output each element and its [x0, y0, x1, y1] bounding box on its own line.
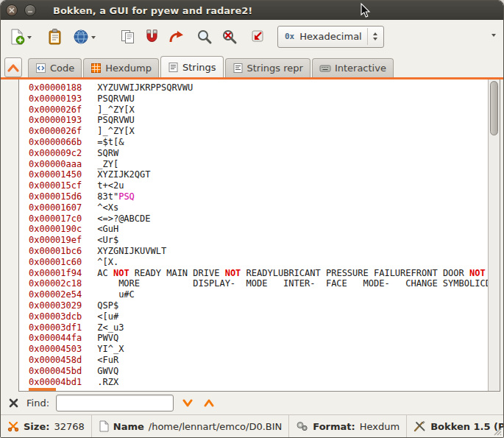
string-address: 0x00002c18: [29, 278, 82, 289]
string-value: Z<_u3: [97, 322, 124, 333]
tab-interactive[interactable]: Interactive: [312, 58, 394, 77]
string-row[interactable]: 0x0000026f]_^ZY[X: [29, 126, 488, 137]
jump-back-button[interactable]: [246, 23, 269, 51]
scrollbar-thumb[interactable]: [490, 81, 498, 135]
tab-label: Interactive: [335, 63, 386, 74]
tab-code[interactable]: Code: [28, 58, 82, 77]
string-row[interactable]: 0x00001f94AC NOT READY MAIN DRIVE NOT RE…: [29, 268, 488, 279]
string-row[interactable]: 0x000019ef<Ur$: [29, 235, 488, 246]
chevron-down-orange-icon: [182, 398, 194, 408]
string-row[interactable]: 0x00000188XYZUVWIJKRPPSQRVWU: [29, 82, 488, 93]
pages-icon: [119, 28, 136, 46]
string-value: =$t[&: [97, 137, 124, 147]
status-name: Name /home/lennart/emco/D0.BIN: [92, 415, 290, 437]
string-row[interactable]: 0x00001c60^[X.: [29, 257, 488, 268]
string-value: t+<2u: [97, 180, 124, 191]
string-row[interactable]: 0x00004bd1.RZX: [29, 377, 488, 388]
collapse-toolbar-button[interactable]: [4, 57, 22, 77]
format-label: Format:: [313, 421, 355, 432]
string-row[interactable]: 0x0000026f]_^ZY[X: [29, 105, 488, 116]
string-address: 0x00001bc6: [29, 246, 82, 256]
string-address: 0x00003df1: [29, 322, 82, 333]
minimize-button[interactable]: [24, 4, 36, 16]
strings-repr-icon: [233, 63, 244, 74]
string-address: 0x000009c2: [29, 148, 82, 158]
string-row[interactable]: 0x00003dcb<[u#: [29, 311, 488, 322]
interactive-icon: [319, 63, 331, 74]
titlebar[interactable]: Bokken, a GUI for pyew and radare2!: [1, 1, 503, 20]
tab-label: Code: [50, 63, 74, 74]
string-row[interactable]: 0x00001bc6XYZGNIJKUVWLT: [29, 246, 488, 257]
status-app: Bokken 1.5 (Pyew): [407, 415, 504, 437]
string-row[interactable]: 0x0000066b=$t[&: [29, 137, 488, 148]
string-row[interactable]: 0x00000aaa_ZY[: [29, 159, 488, 170]
string-row[interactable]: 0x000045bdGWVQ: [29, 366, 488, 377]
string-value: <FuR: [97, 355, 118, 365]
scissors-icon: [7, 420, 19, 432]
string-value: <[u#: [97, 311, 118, 322]
string-value: GWVQ: [97, 366, 118, 376]
notes-button[interactable]: [44, 23, 65, 51]
string-row[interactable]: 0x00003df1Z<_u3: [29, 322, 488, 333]
search-type-value: Hexadecimal: [299, 31, 361, 42]
string-value: PWVQ: [97, 333, 118, 343]
resize-grip[interactable]: [492, 426, 502, 436]
find-input[interactable]: [56, 395, 174, 411]
string-value: <=>?@ABCDE: [97, 213, 150, 224]
string-row[interactable]: 0x000044faPWVQ: [29, 333, 488, 344]
string-address: 0x00001f94: [29, 268, 82, 278]
string-value: YI^_X: [97, 344, 124, 354]
magnet-button[interactable]: [141, 23, 163, 51]
string-value: AC NOT READY MAIN DRIVE NOT READYLUBRICA…: [97, 268, 488, 278]
string-value: XYZIJK2QGT: [97, 169, 150, 180]
string-value: XYZUVWIJKRPPSQRVWU: [97, 82, 193, 93]
tab-strings[interactable]: Strings: [160, 56, 224, 77]
close-button[interactable]: [6, 4, 18, 16]
string-address: 0x0000026f: [29, 105, 82, 115]
tab-strings-repr[interactable]: Strings repr: [225, 58, 310, 77]
vertical-scrollbar[interactable]: [488, 80, 500, 391]
file-icon: [99, 420, 109, 432]
string-value: QSP$: [97, 300, 118, 311]
string-row[interactable]: 0x00000193PSQRVWU: [29, 115, 488, 126]
tab-hexdump[interactable]: Hexdump: [83, 58, 159, 77]
string-row[interactable]: 0x000015d683t"PSQ: [29, 191, 488, 202]
status-format: Format: Hexdum: [289, 415, 407, 437]
string-row[interactable]: 0x00001607^<Xs: [29, 202, 488, 213]
tab-label: Strings: [182, 62, 216, 73]
go-button[interactable]: [166, 23, 188, 51]
string-value: PSQRVWU: [97, 115, 135, 125]
string-row[interactable]: 0x00002c18 MORE DISPLAY- MODE INTER- FAC…: [29, 278, 488, 289]
string-row[interactable]: 0x000015cft+<2u: [29, 180, 488, 191]
string-row[interactable]: 0x00003029QSP$: [29, 300, 488, 311]
string-row[interactable]: 0x00004503YI^_X: [29, 344, 488, 355]
format-value: Hexdum: [360, 421, 400, 432]
string-row[interactable]: 0x000017c0<=>?@ABCDE: [29, 213, 488, 225]
toolbar-overflow-button[interactable]: [489, 23, 498, 51]
string-value: .RZX: [97, 377, 118, 387]
string-value: SQRW: [97, 148, 118, 158]
string-row[interactable]: 0x0000458d<FuR: [29, 355, 488, 366]
string-row[interactable]: 0x00001450XYZIJK2QGT: [29, 169, 488, 180]
find-previous-button[interactable]: [202, 397, 216, 409]
find-next-button[interactable]: [180, 397, 195, 409]
string-row[interactable]: 0x000009c2SQRW: [29, 148, 488, 159]
strings-panel: 0x00000188XYZUVWIJKRPPSQRVWU0x00000193PS…: [18, 80, 500, 392]
string-row[interactable]: 0x00002e54 u#C: [29, 289, 488, 300]
pages-button[interactable]: [117, 23, 138, 51]
string-address: 0x0000190c: [29, 224, 82, 234]
search-type-combo[interactable]: 0x Hexadecimal: [277, 26, 384, 48]
string-address: 0x00002e54: [29, 289, 82, 300]
web-button[interactable]: [70, 23, 98, 51]
string-address: 0x00003dcb: [29, 311, 82, 322]
size-value: 32768: [54, 421, 84, 432]
search-button[interactable]: [194, 23, 216, 51]
close-find-button[interactable]: [7, 397, 20, 409]
string-value: MORE DISPLAY- MODE INTER- FACE MODE- CHA…: [97, 278, 488, 289]
new-file-button[interactable]: [6, 23, 34, 51]
clear-search-button[interactable]: [219, 23, 241, 51]
hex-prefix-icon: 0x: [285, 32, 294, 41]
string-value: ^[X.: [97, 257, 118, 267]
string-row[interactable]: 0x00000193PSQRVWU: [29, 93, 488, 105]
string-row[interactable]: 0x0000190c<GuH: [29, 224, 488, 235]
